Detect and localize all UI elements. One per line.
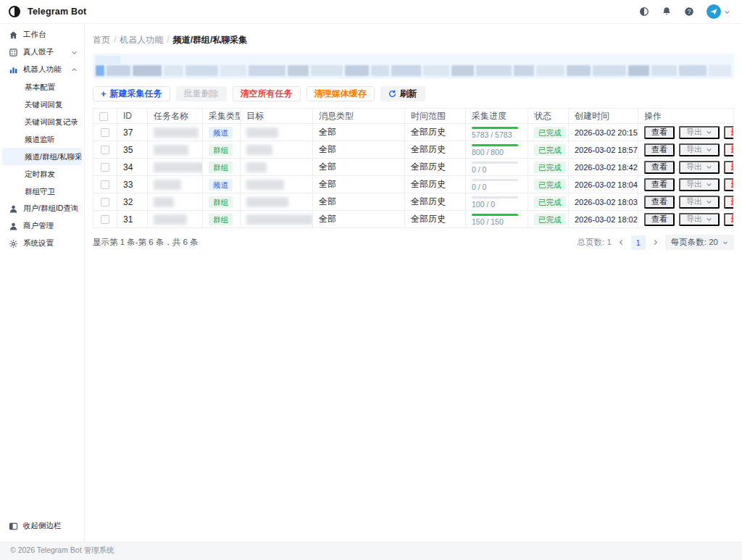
export-button[interactable]: 导出 — [679, 126, 720, 139]
delete-button[interactable]: 删除 — [724, 196, 734, 209]
pagination-controls: 总页数: 1 1 每页条数: 20 — [578, 235, 734, 250]
row-checkbox[interactable] — [101, 146, 109, 154]
cell-created: 2026-03-02 18:42:43 — [569, 159, 638, 176]
cell-progress: 800 / 800 — [466, 141, 528, 159]
sidebar-item-bot-features[interactable]: 机器人功能 — [0, 61, 84, 78]
sidebar-subitem[interactable]: 定时群发 — [2, 165, 82, 183]
page-size-label: 每页条数: 20 — [671, 237, 718, 248]
help-icon[interactable]: ? — [684, 7, 694, 17]
row-checkbox[interactable] — [101, 198, 109, 206]
telegram-plane-icon — [706, 4, 721, 19]
row-checkbox[interactable] — [101, 163, 109, 172]
type-badge: 群组 — [209, 162, 233, 173]
chevron-down-icon — [706, 129, 712, 135]
cell-created: 2026-03-02 18:03:43 — [569, 193, 638, 211]
view-button[interactable]: 查看 — [644, 143, 675, 156]
collapse-sidebar-button[interactable]: 收起侧边栏 — [9, 521, 62, 531]
cell-progress: 100 / 0 — [466, 193, 528, 211]
clear-all-button[interactable]: 清空所有任务 — [233, 86, 301, 101]
cell-collect-type: 频道 — [203, 124, 241, 141]
redacted-segment — [345, 65, 369, 76]
sidebar-item-label: 真人骰子 — [23, 47, 66, 57]
sidebar-subitem[interactable]: 关键词回复 — [2, 96, 82, 113]
row-checkbox[interactable] — [101, 180, 109, 189]
sidebar-item-workbench[interactable]: 工作台 — [0, 26, 84, 43]
sidebar-subitem[interactable]: 群组守卫 — [2, 183, 82, 200]
view-button[interactable]: 查看 — [644, 126, 675, 139]
delete-button[interactable]: 删除 — [724, 143, 734, 156]
breadcrumb-separator: / — [167, 35, 169, 45]
progress-fill — [472, 144, 518, 146]
select-all-checkbox[interactable] — [99, 112, 108, 121]
redacted-segment — [679, 65, 706, 76]
cell-progress: 0 / 0 — [466, 159, 528, 176]
redacted-target — [246, 162, 267, 172]
cell-message-type: 全部 — [313, 124, 405, 141]
cell-id: 37 — [117, 124, 148, 141]
cell-time-range: 全部历史 — [405, 211, 466, 228]
sidebar-item-label: 工作台 — [23, 30, 78, 40]
refresh-button[interactable]: 刷新 — [380, 86, 425, 101]
redacted-segment — [220, 65, 246, 76]
column-header-3: 采集类型 — [203, 109, 241, 124]
cell-select — [93, 141, 117, 159]
breadcrumb-item[interactable]: 机器人功能 — [120, 35, 163, 45]
progress-bar — [472, 179, 518, 181]
cell-collect-type: 群组 — [203, 211, 241, 228]
sidebar-item-settings[interactable]: 系统设置 — [0, 235, 84, 252]
export-button[interactable]: 导出 — [679, 178, 720, 191]
view-button[interactable]: 查看 — [644, 161, 675, 174]
progress-bar — [472, 144, 518, 146]
view-button[interactable]: 查看 — [644, 178, 675, 191]
export-button[interactable]: 导出 — [679, 161, 720, 174]
sidebar-item-merchant[interactable]: 商户管理 — [0, 217, 84, 235]
sidebar-subitem[interactable]: 关键词回复记录 — [2, 113, 82, 130]
bell-icon[interactable] — [662, 7, 672, 17]
sidebar-subitem[interactable]: 频道/群组/私聊采集 — [2, 148, 82, 165]
prev-page-button[interactable] — [618, 239, 625, 246]
sidebar-item-real-dice[interactable]: 真人骰子 — [0, 43, 84, 61]
theme-icon[interactable] — [639, 7, 649, 17]
status-badge: 已完成 — [534, 196, 566, 208]
next-page-button[interactable] — [652, 239, 659, 246]
cell-actions: 查看导出删除 — [638, 211, 734, 228]
cell-status: 已完成 — [528, 159, 569, 176]
plus-icon: + — [101, 89, 107, 99]
sidebar-subitem[interactable]: 基本配置 — [2, 78, 82, 96]
dice-icon — [9, 48, 18, 57]
footer-copyright: © 2026 Telegram Bot 管理系统 — [10, 546, 114, 556]
redacted-segment — [514, 65, 533, 76]
table-row: 34群组全部全部历史0 / 0已完成2026-03-02 18:42:43查看导… — [93, 159, 734, 176]
sidebar-item-id-query[interactable]: 用户/群组ID查询 — [0, 200, 84, 217]
sidebar-subitem[interactable]: 频道监听 — [2, 130, 82, 148]
delete-button[interactable]: 删除 — [724, 161, 734, 174]
row-actions: 查看导出删除 — [644, 161, 728, 174]
export-button[interactable]: 导出 — [679, 143, 720, 156]
type-badge: 群组 — [209, 144, 233, 156]
redacted-segment — [593, 65, 625, 76]
row-checkbox[interactable] — [101, 128, 109, 137]
view-button[interactable]: 查看 — [644, 196, 675, 209]
page-size-select[interactable]: 每页条数: 20 — [665, 235, 734, 250]
row-checkbox[interactable] — [101, 215, 109, 224]
tasks-table: ID任务名称采集类型目标消息类型时间范围采集进度状态创建时间操作 37频道全部全… — [93, 108, 734, 228]
progress-text: 150 / 150 — [472, 218, 522, 226]
delete-button[interactable]: 删除 — [724, 178, 734, 191]
breadcrumb-item[interactable]: 首页 — [93, 35, 110, 45]
export-button[interactable]: 导出 — [679, 196, 720, 209]
view-button[interactable]: 查看 — [644, 213, 675, 226]
redacted-task-name — [154, 214, 187, 225]
delete-button[interactable]: 删除 — [724, 126, 734, 139]
current-page-button[interactable]: 1 — [631, 235, 646, 250]
user-menu[interactable] — [706, 4, 730, 19]
redacted-segment — [423, 65, 449, 76]
redacted-segment — [451, 65, 474, 76]
cell-status: 已完成 — [528, 211, 569, 228]
export-label: 导出 — [686, 196, 702, 207]
toolbar: +新建采集任务批量删除清空所有任务清理媒体缓存刷新 — [93, 86, 734, 101]
export-button[interactable]: 导出 — [679, 213, 720, 226]
clear-media-cache-button[interactable]: 清理媒体缓存 — [307, 86, 375, 101]
redacted-segment — [288, 65, 309, 76]
new-task-button[interactable]: +新建采集任务 — [93, 86, 170, 101]
delete-button[interactable]: 删除 — [724, 213, 734, 226]
